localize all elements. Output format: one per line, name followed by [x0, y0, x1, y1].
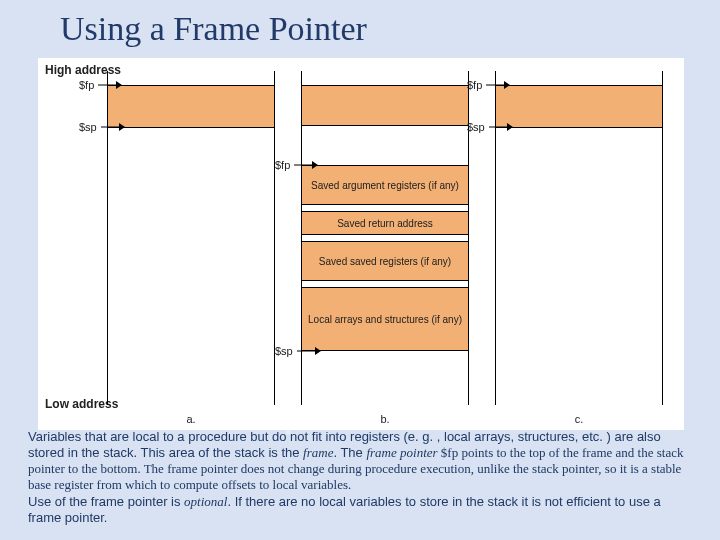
svg-marker-3 — [119, 123, 125, 131]
fp-label: $fp — [467, 79, 482, 91]
svg-marker-7 — [315, 347, 321, 355]
sp-pointer-b: $sp — [275, 345, 321, 357]
column-label-b: b. — [301, 413, 469, 425]
arrow-right-icon — [486, 81, 510, 89]
arrow-right-icon — [101, 123, 125, 131]
fp-label: $fp — [275, 159, 290, 171]
fp-label: $fp — [79, 79, 94, 91]
sp-label: $sp — [275, 345, 293, 357]
arrow-right-icon — [294, 161, 318, 169]
para-text: Use of the frame pointer is — [28, 494, 184, 509]
fp-pointer-b: $fp — [275, 159, 318, 171]
sp-pointer-c: $sp — [467, 121, 513, 133]
term-frame: frame — [303, 445, 333, 460]
sp-pointer-a: $sp — [79, 121, 125, 133]
svg-marker-5 — [312, 161, 318, 169]
segment-saved-ra: Saved return address — [302, 211, 468, 235]
term-frame-pointer: frame pointer — [366, 445, 437, 460]
term-optional: optional — [184, 494, 227, 509]
svg-marker-9 — [504, 81, 510, 89]
stack-column-c — [495, 71, 663, 405]
segment-locals: Local arrays and structures (if any) — [302, 287, 468, 351]
slide-title: Using a Frame Pointer — [0, 0, 720, 48]
fp-pointer-a: $fp — [79, 79, 122, 91]
sp-label: $sp — [79, 121, 97, 133]
column-label-c: c. — [495, 413, 663, 425]
stack-column-a — [107, 71, 275, 405]
arrow-right-icon — [297, 347, 321, 355]
sp-label: $sp — [467, 121, 485, 133]
fp-pointer-c: $fp — [467, 79, 510, 91]
body-paragraph: Variables that are local to a procedure … — [28, 429, 692, 527]
para-text: . The — [333, 445, 366, 460]
frame-pointer-diagram: High address Low address $fp $sp Saved a… — [38, 58, 684, 430]
svg-marker-11 — [507, 123, 513, 131]
stack-column-b: Saved argument registers (if any) Saved … — [301, 71, 469, 405]
arrow-right-icon — [98, 81, 122, 89]
segment-saved-args: Saved argument registers (if any) — [302, 165, 468, 205]
arrow-right-icon — [489, 123, 513, 131]
segment-saved-regs: Saved saved registers (if any) — [302, 241, 468, 281]
svg-marker-1 — [116, 81, 122, 89]
column-label-a: a. — [107, 413, 275, 425]
